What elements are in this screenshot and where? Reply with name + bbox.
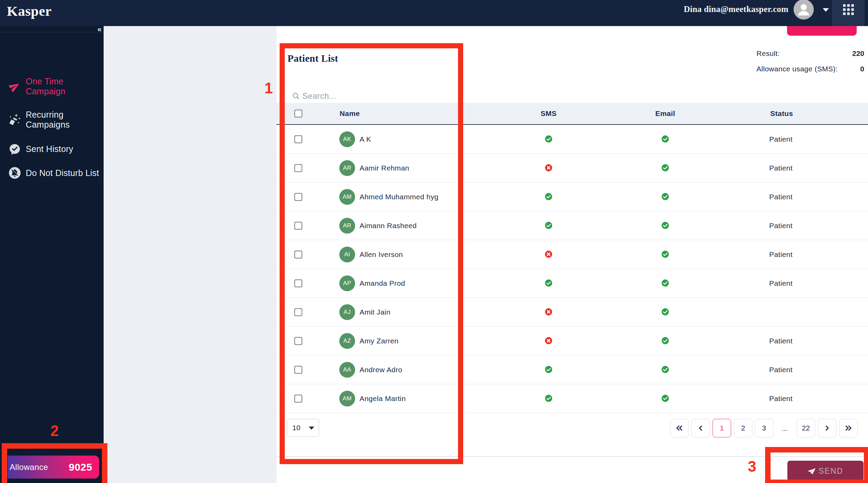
patient-name: A K bbox=[360, 135, 371, 143]
email-check-icon bbox=[661, 365, 669, 373]
card-divider bbox=[277, 456, 868, 457]
patient-avatar: AI bbox=[339, 247, 355, 262]
patient-row: APAmanda ProdPatient bbox=[277, 269, 868, 298]
user-name: Dina dina@meetkasper.com bbox=[684, 4, 788, 14]
apps-menu-button[interactable] bbox=[832, 0, 865, 26]
patient-name: Amy Zarren bbox=[360, 337, 399, 345]
row-checkbox[interactable] bbox=[294, 366, 302, 374]
prev-page-button[interactable] bbox=[691, 419, 710, 437]
patient-avatar: AK bbox=[339, 131, 355, 147]
first-page-button[interactable] bbox=[670, 419, 689, 437]
row-checkbox[interactable] bbox=[294, 250, 302, 258]
next-page-icon bbox=[823, 424, 832, 433]
user-menu-caret-icon[interactable] bbox=[823, 8, 829, 12]
sms-check-icon bbox=[545, 135, 553, 143]
sidebar-item-label: Do Not Disturb List bbox=[26, 168, 99, 178]
email-check-icon bbox=[661, 337, 669, 344]
sidebar-item-label: Sent History bbox=[26, 144, 73, 154]
allowance-value: 9025 bbox=[69, 461, 92, 473]
patient-status: Patient bbox=[769, 164, 793, 172]
sidebar-item-do-not-disturb-list[interactable]: Do Not Disturb List bbox=[0, 165, 104, 192]
patient-status: Patient bbox=[769, 394, 793, 403]
user-avatar[interactable] bbox=[794, 0, 814, 20]
patient-name: Allen Iverson bbox=[360, 250, 403, 259]
row-checkbox[interactable] bbox=[294, 308, 302, 316]
email-check-icon bbox=[661, 135, 669, 143]
search-input[interactable]: Search... bbox=[292, 90, 498, 102]
page-button-3[interactable]: 3 bbox=[755, 419, 773, 437]
patient-name: Andrew Adro bbox=[360, 366, 402, 374]
sidebar-collapse-button[interactable]: « bbox=[97, 25, 102, 34]
patient-row: AZAmy ZarrenPatient bbox=[277, 327, 868, 355]
patient-status: Patient bbox=[769, 250, 793, 259]
page-button-2[interactable]: 2 bbox=[734, 419, 752, 437]
last-page-button[interactable] bbox=[839, 419, 858, 437]
page-button-1[interactable]: 1 bbox=[713, 419, 731, 437]
patient-list-card: Result: 220 Allowance usage (SMS): 0 Pat… bbox=[277, 26, 868, 483]
patient-avatar: AZ bbox=[339, 333, 355, 349]
result-label: Result: bbox=[756, 49, 779, 58]
result-summary: Result: 220 bbox=[756, 49, 864, 58]
page-button-22[interactable]: 22 bbox=[797, 419, 815, 437]
allowance-label: Allowance bbox=[10, 462, 48, 472]
page-title: Patient List bbox=[288, 53, 338, 64]
patient-status: Patient bbox=[769, 337, 793, 345]
magic-wand-icon bbox=[9, 113, 21, 126]
patient-row: AKA KPatient bbox=[277, 125, 868, 154]
sms-check-icon bbox=[545, 192, 553, 200]
search-placeholder: Search... bbox=[302, 91, 336, 101]
row-checkbox[interactable] bbox=[294, 222, 302, 229]
send-button[interactable]: SEND bbox=[787, 461, 864, 481]
patient-name: Angela Martin bbox=[360, 394, 406, 403]
row-checkbox[interactable] bbox=[294, 164, 302, 172]
search-icon bbox=[292, 92, 300, 100]
email-check-icon bbox=[661, 221, 669, 229]
row-checkbox[interactable] bbox=[294, 337, 302, 345]
patient-name: Aamir Rehman bbox=[360, 164, 409, 172]
patient-row: AAAndrew AdroPatient bbox=[277, 355, 868, 384]
screen: Result: 220 Allowance usage (SMS): 0 Pat… bbox=[0, 0, 868, 483]
annotation-number-1: 1 bbox=[265, 80, 273, 97]
column-header-sms: SMS bbox=[541, 109, 557, 118]
sms-cross-icon bbox=[545, 308, 553, 316]
patient-avatar: AM bbox=[339, 189, 355, 205]
sidebar-divider bbox=[0, 32, 104, 32]
annotation-number-3: 3 bbox=[748, 458, 756, 475]
email-check-icon bbox=[661, 192, 669, 200]
person-icon bbox=[794, 0, 814, 20]
patient-name: Amit Jain bbox=[360, 308, 390, 316]
row-checkbox[interactable] bbox=[294, 193, 302, 201]
patient-name: Aimann Rasheed bbox=[360, 222, 417, 230]
patient-row: AIAllen IversonPatient bbox=[277, 240, 868, 269]
sidebar-item-label: One Time Campaign bbox=[26, 76, 66, 96]
patient-status: Patient bbox=[769, 135, 793, 143]
patient-avatar: AM bbox=[339, 391, 355, 407]
patient-status: Patient bbox=[769, 222, 793, 230]
sms-cross-icon bbox=[545, 250, 553, 258]
row-checkbox[interactable] bbox=[294, 279, 302, 287]
patient-avatar: AP bbox=[339, 275, 355, 291]
patient-name: Ahmed Muhammed hyg bbox=[360, 193, 438, 201]
sidebar-item-sent-history[interactable]: Sent History bbox=[0, 141, 104, 168]
patient-avatar: AR bbox=[339, 218, 355, 234]
sms-cross-icon bbox=[545, 164, 553, 172]
chat-check-icon bbox=[9, 143, 21, 155]
allowance-usage-label: Allowance usage (SMS): bbox=[756, 65, 838, 73]
allowance-usage-value: 0 bbox=[860, 65, 864, 73]
sms-cross-icon bbox=[545, 337, 553, 344]
email-check-icon bbox=[661, 279, 669, 287]
patient-status: Patient bbox=[769, 193, 793, 201]
column-header-status: Status bbox=[770, 109, 793, 118]
patient-name: Amanda Prod bbox=[360, 279, 405, 287]
patient-row: AJAmit Jain bbox=[277, 298, 868, 327]
row-checkbox[interactable] bbox=[294, 394, 302, 402]
row-checkbox[interactable] bbox=[294, 135, 302, 143]
sidebar-item-one-time-campaign[interactable]: One Time Campaign bbox=[0, 73, 104, 101]
column-header-email: Email bbox=[655, 109, 675, 118]
patient-status: Patient bbox=[769, 279, 793, 287]
select-all-checkbox[interactable] bbox=[294, 110, 302, 118]
patient-avatar: AJ bbox=[339, 304, 355, 320]
sidebar-item-recurring-campaigns[interactable]: Recurring Campaigns bbox=[0, 106, 104, 134]
annotation-number-2: 2 bbox=[50, 422, 59, 439]
next-page-button[interactable] bbox=[818, 419, 836, 437]
